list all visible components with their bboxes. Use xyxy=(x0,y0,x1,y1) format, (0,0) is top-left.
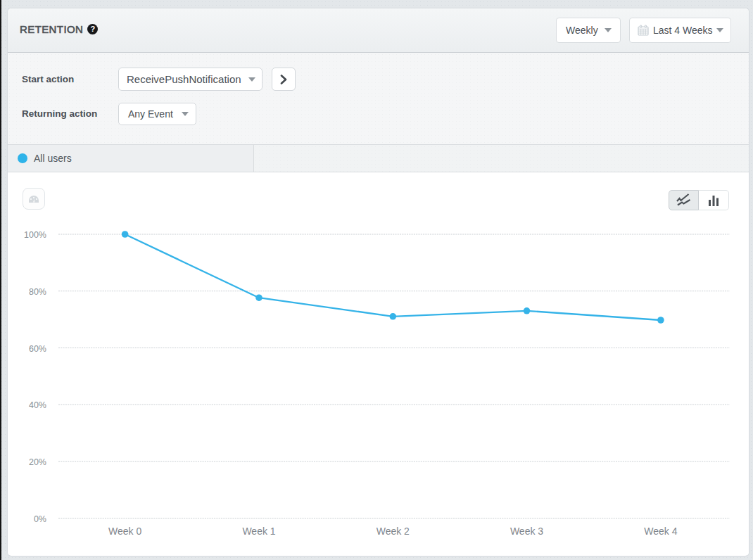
svg-text:Week 1: Week 1 xyxy=(242,526,275,537)
svg-text:0%: 0% xyxy=(34,514,46,524)
svg-text:Week 4: Week 4 xyxy=(644,526,677,537)
svg-text:Week 3: Week 3 xyxy=(510,526,543,537)
svg-text:Week 0: Week 0 xyxy=(108,526,141,537)
svg-text:40%: 40% xyxy=(29,400,46,410)
svg-text:100%: 100% xyxy=(24,230,46,240)
svg-text:Week 2: Week 2 xyxy=(376,526,410,537)
svg-text:80%: 80% xyxy=(29,287,46,297)
svg-text:20%: 20% xyxy=(29,457,46,467)
svg-text:60%: 60% xyxy=(29,344,46,354)
